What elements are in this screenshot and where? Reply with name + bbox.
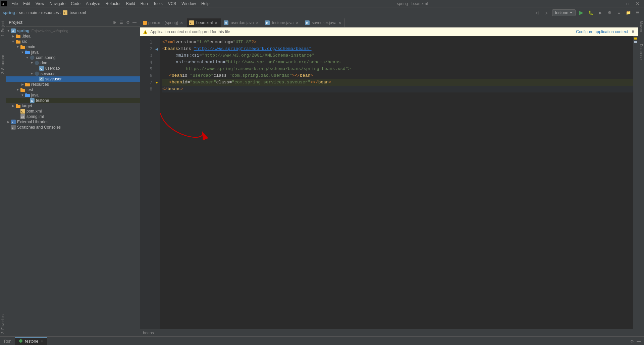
code-xmlns-attr: xmlns= bbox=[178, 46, 194, 52]
tree-item-spring[interactable]: ▼ M spring E:\java\idea_ws\spring bbox=[6, 28, 140, 33]
footer-breadcrumb: beans bbox=[143, 331, 154, 335]
tree-item-userdao[interactable]: C userdao bbox=[6, 66, 140, 71]
tree-arrow-main: ▼ bbox=[15, 45, 20, 49]
svg-rect-9 bbox=[16, 40, 18, 41]
tree-arrow-src: ▼ bbox=[11, 40, 15, 43]
tab-close-pom[interactable]: ✕ bbox=[180, 21, 183, 25]
menu-help[interactable]: Help bbox=[199, 1, 212, 7]
run-button[interactable]: ▶ bbox=[578, 9, 585, 16]
iml-icon: iml bbox=[20, 114, 25, 119]
tree-item-src[interactable]: ▼ src bbox=[6, 39, 140, 44]
tree-item-testone[interactable]: C testone bbox=[6, 98, 140, 103]
run-config-selector[interactable]: testone ▼ bbox=[552, 9, 576, 16]
editor: 1 2 3 4 5 6 7 8 ◀ ● bbox=[140, 36, 638, 329]
tree-item-java[interactable]: ▼ java bbox=[6, 50, 140, 55]
sdk-button[interactable]: ☰ bbox=[634, 9, 641, 16]
svg-text:C: C bbox=[31, 99, 33, 102]
back-button[interactable]: ◁ bbox=[533, 9, 541, 16]
panel-sync-btn[interactable]: ⊕ bbox=[112, 20, 117, 25]
database-tab[interactable]: Database bbox=[639, 41, 644, 62]
close-button[interactable]: ✕ bbox=[633, 0, 643, 7]
breadcrumb-spring[interactable]: spring bbox=[3, 10, 15, 15]
run-tab-close[interactable]: ✕ bbox=[41, 340, 43, 343]
bottom-panel: Run: testone ✕ ⚙ — ▶ ■ ↺ ↓ ↑ 🖨 ↩ 🗑 D:\de… bbox=[0, 336, 644, 345]
folder-button[interactable]: 📁 bbox=[625, 9, 632, 16]
tree-item-dao[interactable]: ▼ dao bbox=[6, 60, 140, 66]
menu-analyze[interactable]: Analyze bbox=[83, 1, 103, 7]
tree-item-test[interactable]: ▼ test bbox=[6, 87, 140, 92]
structure-tab[interactable]: 2: Structure bbox=[0, 52, 6, 77]
tree-item-target[interactable]: ▶ target bbox=[6, 103, 140, 109]
menu-run[interactable]: Run bbox=[138, 1, 151, 7]
tree-item-test-java[interactable]: ▼ java bbox=[6, 92, 140, 98]
tab-saveuser[interactable]: C saveuser.java ✕ bbox=[302, 18, 345, 27]
menu-code[interactable]: Code bbox=[68, 1, 83, 7]
run-settings-btn[interactable]: ⚙ bbox=[629, 339, 635, 344]
maven-tab[interactable]: Maven bbox=[639, 18, 644, 34]
menu-edit[interactable]: Edit bbox=[20, 1, 33, 7]
minimize-button[interactable]: ─ bbox=[612, 0, 623, 7]
editor-scrollbar[interactable] bbox=[633, 36, 638, 329]
tree-item-idea[interactable]: ▶ .idea bbox=[6, 33, 140, 39]
tab-bean-xml[interactable]: X bean.xml ✕ bbox=[186, 18, 221, 27]
breadcrumb-file[interactable]: bean.xml bbox=[69, 10, 86, 15]
tab-close-testone[interactable]: ✕ bbox=[296, 21, 299, 25]
tree-item-main[interactable]: ▼ main bbox=[6, 44, 140, 50]
menu-refactor[interactable]: Refactor bbox=[103, 1, 123, 7]
menu-view[interactable]: View bbox=[33, 1, 47, 7]
tab-close-saveuser[interactable]: ✕ bbox=[338, 21, 341, 25]
tree-item-resources[interactable]: ▶ resources bbox=[6, 82, 140, 87]
tab-testone[interactable]: C testone.java ✕ bbox=[262, 18, 302, 27]
favorites-tab[interactable]: 2: Favorites bbox=[0, 312, 6, 336]
code-val-version: "1.0" bbox=[196, 39, 209, 46]
tab-close-userdao[interactable]: ✕ bbox=[256, 21, 259, 25]
tree-item-pom[interactable]: X pom.xml bbox=[6, 109, 140, 114]
forward-button[interactable]: ▷ bbox=[543, 9, 550, 16]
menu-navigate[interactable]: Navigate bbox=[47, 1, 68, 7]
panel-settings-btn[interactable]: ⚙ bbox=[125, 20, 130, 25]
project-panel: Project ⊕ ☰ ⚙ — ▼ M spring E:\java\idea_… bbox=[6, 18, 140, 336]
menu-file[interactable]: File bbox=[9, 1, 20, 7]
tree-label-saveuser: saveuser bbox=[45, 77, 62, 81]
tree-item-saveuser[interactable]: C saveuser bbox=[6, 76, 140, 82]
run-tab-testone[interactable]: testone ✕ bbox=[15, 337, 47, 345]
panel-collapse-btn[interactable]: ☰ bbox=[118, 20, 124, 25]
menu-tools[interactable]: Tools bbox=[151, 1, 165, 7]
tree-item-spring-iml[interactable]: iml spring.iml bbox=[6, 114, 140, 119]
svg-rect-24 bbox=[20, 88, 22, 89]
tree-item-services[interactable]: ▼ services bbox=[6, 71, 140, 76]
package-icon-dao bbox=[34, 61, 40, 65]
breadcrumb-resources[interactable]: resources bbox=[41, 10, 59, 15]
code-bean2-close: ></ bbox=[310, 79, 318, 86]
svg-rect-21 bbox=[25, 83, 30, 86]
breadcrumb-src[interactable]: src bbox=[19, 10, 24, 15]
configure-context-link[interactable]: Configure application context bbox=[576, 29, 628, 34]
debug-button[interactable]: 🐛 bbox=[587, 9, 594, 16]
menu-window[interactable]: Window bbox=[179, 1, 199, 7]
tree-item-scratches[interactable]: S Scratches and Consoles bbox=[6, 125, 140, 130]
run-minimize-btn[interactable]: — bbox=[636, 339, 641, 344]
maximize-button[interactable]: □ bbox=[623, 0, 633, 7]
left-sidebar-tabs: 1: Project 2: Structure 2: Favorites bbox=[0, 18, 6, 336]
run-with-coverage[interactable]: ▶ bbox=[596, 9, 604, 16]
breadcrumb-main[interactable]: main bbox=[29, 10, 37, 15]
menu-build[interactable]: Build bbox=[123, 1, 138, 7]
tab-userdao[interactable]: C userdao.java ✕ bbox=[221, 18, 262, 27]
project-tab[interactable]: 1: Project bbox=[0, 18, 6, 39]
gear-icon[interactable]: ≡ bbox=[615, 9, 623, 16]
build-button[interactable]: ⚙ bbox=[606, 9, 613, 16]
warning-settings-icon[interactable] bbox=[631, 29, 635, 34]
tab-close-bean[interactable]: ✕ bbox=[215, 21, 217, 25]
folder-icon-resources bbox=[25, 82, 30, 87]
panel-close-btn[interactable]: — bbox=[132, 20, 137, 25]
code-bean2-gt: > bbox=[329, 79, 331, 86]
tree-item-ext-libs[interactable]: ▶ ≡ External Libraries bbox=[6, 119, 140, 125]
package-icon-services bbox=[34, 71, 40, 76]
tab-pom-xml[interactable]: pom.xml (spring) ✕ bbox=[140, 18, 186, 27]
line-numbers: 1 2 3 4 5 6 7 8 bbox=[140, 36, 154, 329]
tree-item-com-spring[interactable]: ▼ com.spring bbox=[6, 55, 140, 60]
code-bean1-close-tag: bean bbox=[300, 72, 310, 79]
menu-vcs[interactable]: VCS bbox=[165, 1, 179, 7]
error-stripe-2 bbox=[634, 41, 637, 43]
code-area[interactable]: <?xml version= "1.0" encoding= "UTF-8" ?… bbox=[160, 36, 633, 329]
